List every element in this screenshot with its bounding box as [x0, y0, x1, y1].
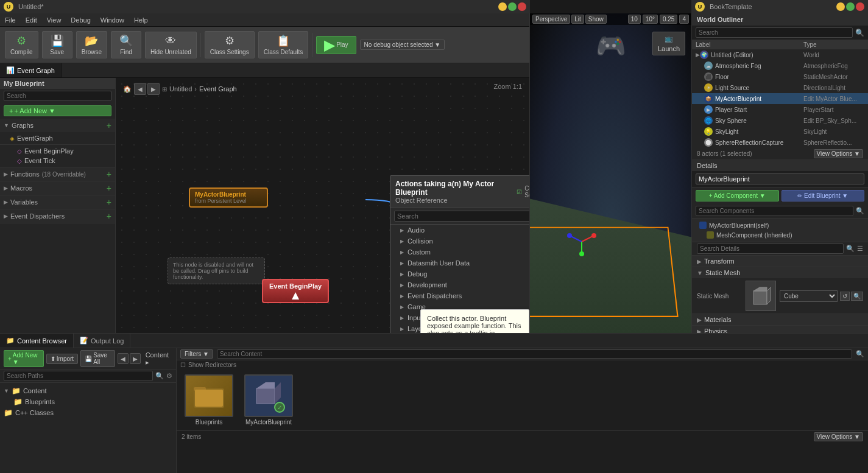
maximize-button[interactable]	[508, 2, 517, 11]
context-sensitive-checkbox[interactable]: ☑ Context Sensitive	[517, 185, 529, 198]
variables-section-header[interactable]: ▶ Variables +	[0, 195, 115, 209]
content-browser-tab[interactable]: 📁 Content Browser	[0, 334, 74, 348]
actor-name-input[interactable]	[696, 173, 864, 184]
mesh-value-field[interactable]: Cube	[780, 290, 838, 302]
cb-back-button[interactable]: ◀	[118, 353, 129, 364]
cpp-classes-folder[interactable]: 📁 C++ Classes	[4, 407, 172, 418]
menu-edit[interactable]: Edit	[26, 16, 37, 24]
vp-perspective-button[interactable]: Perspective	[532, 15, 570, 24]
filters-button[interactable]: Filters ▼	[180, 349, 213, 359]
static-mesh-section-header[interactable]: ▼ Static Mesh	[692, 267, 868, 278]
transform-section-header[interactable]: ▶ Transform	[692, 256, 868, 267]
outliner-item[interactable]: 📦 MyActorBlueprint Edit MyActor Blue...	[692, 93, 868, 104]
context-menu-search-input[interactable]	[394, 211, 529, 222]
outliner-item[interactable]: ⚪ SphereReflectionCapture SphereReflecti…	[692, 137, 868, 148]
find-button[interactable]: 🔍 Find	[111, 31, 141, 58]
browse-button[interactable]: 📂 Browse	[76, 31, 107, 58]
breadcrumb-untitled[interactable]: Untitled	[169, 85, 192, 93]
graphs-add-icon[interactable]: +	[107, 121, 111, 130]
cb-import-button[interactable]: ⬆ Import	[46, 354, 78, 364]
hide-unrelated-button[interactable]: 👁 Hide Unrelated	[145, 32, 197, 58]
outliner-item[interactable]: 🌐 Sky Sphere Edit BP_Sky_Sph...	[692, 115, 868, 126]
vp-grid-size-button[interactable]: 10	[628, 15, 641, 24]
outliner-item[interactable]: ▶ Player Start PlayerStart	[692, 104, 868, 115]
functions-section-header[interactable]: ▶ Functions (18 Overridable) +	[0, 167, 115, 181]
myactor-node[interactable]: MyActorBlueprint from Persistent Level	[189, 187, 268, 208]
outliner-item[interactable]: ⬛ Floor StaticMeshActor	[692, 71, 868, 82]
physics-section-header[interactable]: ▶ Physics	[692, 326, 868, 333]
outliner-item[interactable]: ☀ Light Source DirectionalLight	[692, 82, 868, 93]
main-close-button[interactable]	[856, 2, 864, 11]
vp-lit-button[interactable]: Lit	[571, 15, 584, 24]
breadcrumb-event-graph[interactable]: Event Graph	[199, 85, 237, 93]
content-view-options-button[interactable]: View Options ▼	[814, 432, 863, 441]
functions-add-icon[interactable]: +	[107, 169, 111, 179]
world-outliner-search[interactable]	[696, 27, 853, 38]
mesh-browse-button[interactable]: 🔍	[851, 292, 863, 301]
search-content-input[interactable]	[217, 349, 852, 359]
menu-window[interactable]: Window	[101, 16, 124, 24]
compile-button[interactable]: ⚙ Compile	[5, 31, 38, 58]
viewport[interactable]: 🎮 Perspective Lit Show 10 10° 0.25 4 📺 L…	[530, 13, 691, 333]
menu-debug[interactable]: Debug	[390, 268, 529, 279]
outliner-item[interactable]: 💡 SkyLight SkyLight	[692, 126, 868, 137]
menu-file[interactable]: File	[5, 16, 16, 24]
nav-back-button[interactable]: ◀	[134, 83, 146, 95]
event-graph-item[interactable]: ◈ EventGraph	[0, 133, 115, 143]
blueprints-folder-item[interactable]: 📁 Blueprints	[13, 396, 172, 407]
vp-scale-snap-button[interactable]: 0.25	[660, 15, 677, 24]
menu-debug[interactable]: Debug	[71, 16, 90, 24]
view-options-button[interactable]: View Options ▼	[814, 149, 863, 158]
menu-development[interactable]: Development	[390, 279, 529, 290]
menu-help[interactable]: Help	[134, 16, 148, 24]
minimize-button[interactable]	[498, 2, 507, 11]
play-button[interactable]: ▶ Play	[316, 36, 356, 54]
search-components-input[interactable]	[696, 206, 853, 216]
add-new-button[interactable]: + + Add New ▼	[4, 105, 111, 116]
menu-event-dispatchers[interactable]: Event Dispatchers	[390, 290, 529, 301]
mesh-select[interactable]: Cube	[780, 290, 838, 302]
add-component-button[interactable]: + Add Component ▼	[696, 190, 779, 201]
vp-show-button[interactable]: Show	[585, 15, 607, 24]
cb-add-new-button[interactable]: + Add New ▼	[4, 350, 44, 367]
main-maximize-button[interactable]	[846, 2, 855, 11]
menu-collision[interactable]: Collision	[390, 236, 529, 247]
variables-add-icon[interactable]: +	[107, 197, 111, 207]
cb-save-all-button[interactable]: 💾 Save All	[80, 350, 115, 367]
class-defaults-button[interactable]: 📋 Class Defaults	[258, 31, 308, 58]
save-button[interactable]: 💾 Save	[42, 31, 72, 58]
content-folder[interactable]: ▼ 📁 Content	[4, 385, 172, 396]
blueprints-item[interactable]: Blueprints	[182, 374, 236, 426]
search-details-input[interactable]	[697, 244, 844, 254]
event-dispatchers-section-header[interactable]: ▶ Event Dispatchers +	[0, 209, 115, 223]
myactorblueprint-item[interactable]: ✓ MyActorBlueprint	[241, 374, 296, 426]
self-component[interactable]: MyActorBlueprint(self)	[697, 220, 863, 230]
event-dispatchers-add-icon[interactable]: +	[107, 211, 111, 221]
debug-filter[interactable]: No debug object selected ▼	[360, 40, 445, 50]
macros-section-header[interactable]: ▶ Macros +	[0, 181, 115, 195]
menu-audio[interactable]: Audio	[390, 225, 529, 236]
graph-canvas[interactable]: 🏠 ◀ ▶ ⊞ Untitled › Event Graph Zoom 1:1	[116, 78, 529, 333]
menu-view[interactable]: View	[47, 16, 62, 24]
materials-section-header[interactable]: ▶ Materials	[692, 314, 868, 325]
my-blueprint-search[interactable]	[4, 91, 111, 101]
menu-custom[interactable]: Custom	[390, 247, 529, 258]
output-log-tab[interactable]: 📝 Output Log	[74, 334, 130, 348]
outliner-item[interactable]: ▶ 🌍 Untitled (Editor) World	[692, 49, 868, 60]
macros-add-icon[interactable]: +	[107, 183, 111, 193]
event-tick-item[interactable]: ◇ Event Tick	[7, 156, 115, 166]
menu-datasmith[interactable]: Datasmith User Data	[390, 258, 529, 268]
launch-button[interactable]: 📺 Launch	[652, 32, 685, 55]
graphs-section-header[interactable]: ▼ Graphs +	[0, 119, 115, 132]
search-paths-input[interactable]	[4, 371, 153, 381]
edit-blueprint-button[interactable]: ✏ Edit Blueprint ▼	[782, 190, 865, 201]
vp-rotation-snap-button[interactable]: 10°	[643, 15, 658, 24]
event-beginplay-item[interactable]: ◇ Event BeginPlay	[7, 146, 115, 156]
mesh-component[interactable]: MeshComponent (Inherited)	[697, 230, 863, 240]
mesh-reset-button[interactable]: ↺	[840, 292, 850, 301]
outliner-item[interactable]: ☁ Atmospheric Fog AtmosphericFog	[692, 60, 868, 71]
nav-forward-button[interactable]: ▶	[147, 83, 160, 95]
event-beginplay-node[interactable]: Event BeginPlay	[262, 279, 329, 303]
class-settings-button[interactable]: ⚙ Class Settings	[205, 31, 255, 58]
cb-forward-button[interactable]: ▶	[130, 353, 141, 364]
